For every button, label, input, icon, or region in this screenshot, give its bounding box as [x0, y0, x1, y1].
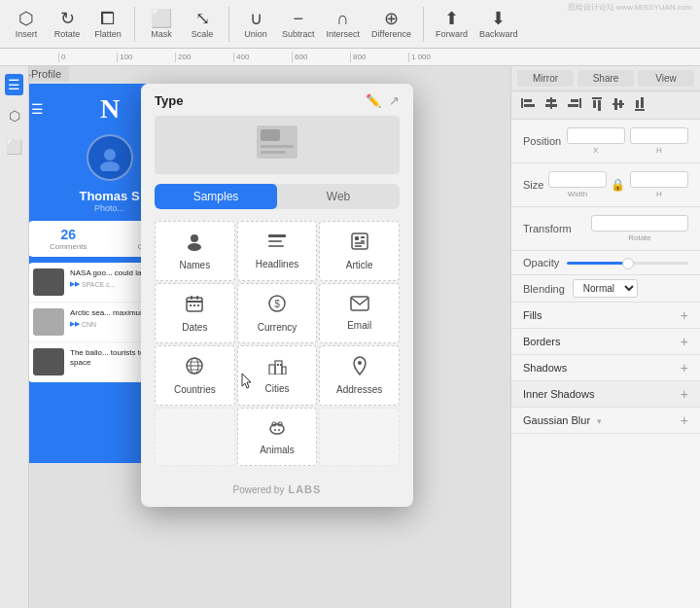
dates-icon	[185, 294, 204, 318]
rotate-label: Rotate	[54, 29, 81, 39]
opacity-slider[interactable]	[567, 262, 688, 265]
scale-icon: ⤡	[195, 10, 210, 27]
grid-item-names[interactable]: Names	[155, 221, 235, 281]
svg-rect-12	[355, 236, 359, 240]
toolbar-difference[interactable]: ⊕ Difference	[368, 8, 415, 41]
countries-label: Countries	[174, 384, 216, 395]
grid-item-headlines[interactable]: Headlines	[237, 221, 318, 281]
grid-item-currency[interactable]: $ Currency	[237, 283, 318, 343]
grid-item-animals[interactable]: Animals	[237, 408, 318, 466]
borders-row[interactable]: Borders +	[511, 329, 700, 355]
svg-rect-33	[275, 361, 282, 375]
size-label: Size	[523, 179, 543, 191]
gaussian-blur-row[interactable]: Gaussian Blur ▾ +	[511, 408, 700, 434]
toolbar-insert[interactable]: ⬡ Insert	[8, 8, 45, 41]
source-name-2: CNN	[82, 321, 96, 328]
toolbar-flatten[interactable]: ⧠ Flatten	[89, 8, 126, 41]
layers-icon[interactable]: ☰	[5, 74, 23, 95]
toolbar-subtract[interactable]: − Subtract	[278, 8, 319, 41]
borders-add-button[interactable]: +	[681, 334, 688, 349]
svg-rect-47	[550, 97, 552, 109]
position-h-input[interactable]	[630, 127, 688, 144]
svg-rect-5	[261, 151, 286, 154]
grid-item-dates[interactable]: Dates	[155, 283, 235, 343]
toolbar-scale[interactable]: ⤡ Scale	[184, 8, 221, 41]
mirror-button[interactable]: Mirror	[517, 70, 574, 87]
grid-item-article[interactable]: Article	[319, 221, 400, 281]
align-bottom-icon[interactable]	[630, 95, 649, 115]
ruler-mark-200: 200	[175, 53, 233, 62]
toolbar-union[interactable]: ∪ Union	[237, 8, 274, 41]
size-height-input[interactable]	[630, 171, 688, 188]
tab-web[interactable]: Web	[277, 184, 400, 209]
svg-point-7	[188, 243, 201, 251]
dates-label: Dates	[182, 322, 207, 333]
rotate-label: Rotate	[628, 233, 651, 242]
svg-rect-14	[361, 240, 365, 242]
svg-rect-16	[355, 245, 362, 247]
align-right-icon[interactable]	[564, 95, 585, 115]
view-button[interactable]: View	[638, 70, 694, 87]
grid-item-email[interactable]: Email	[319, 283, 400, 343]
svg-rect-36	[280, 364, 282, 366]
gaussian-blur-add-button[interactable]: +	[681, 412, 688, 428]
fills-row[interactable]: Fills +	[511, 303, 700, 329]
position-x-input[interactable]	[567, 127, 625, 144]
grid-item-cities[interactable]: Cities	[237, 345, 318, 406]
fills-add-button[interactable]: +	[681, 307, 688, 323]
toolbar-rotate[interactable]: ↻ Rotate	[49, 8, 86, 41]
toolbar-mask[interactable]: ⬜ Mask	[143, 8, 180, 41]
canvas-area[interactable]: 14-Profile ☰ ⬡ ⬜ ☰ N ⬡ Thomas S Photo...	[0, 66, 510, 608]
transform-section: Transform Rotate	[511, 207, 700, 251]
lock-icon[interactable]: 🔒	[611, 178, 625, 192]
inner-shadows-row[interactable]: Inner Shadows +	[511, 381, 700, 408]
dialog-tabs: Samples Web	[155, 184, 400, 209]
ruler-mark-0: 0	[58, 53, 117, 62]
align-top-icon[interactable]	[587, 95, 607, 115]
svg-rect-46	[524, 104, 535, 107]
cities-icon	[267, 357, 287, 379]
svg-rect-57	[614, 98, 617, 110]
ruler-marks: 0 100 200 400 600 800 1 000	[58, 53, 467, 62]
svg-rect-45	[524, 99, 532, 102]
size-width-input[interactable]	[548, 171, 607, 188]
avatar-icon	[96, 144, 123, 171]
intersect-label: Intersect	[327, 29, 361, 39]
tab-samples[interactable]: Samples	[155, 184, 277, 209]
grid-item-countries[interactable]: Countries	[155, 345, 235, 406]
ruler: 0 100 200 400 600 800 1 000	[0, 49, 700, 66]
toolbar-separator-1	[134, 7, 135, 42]
grid-item-empty-2	[319, 408, 400, 466]
shadows-add-button[interactable]: +	[681, 360, 688, 376]
intersect-icon: ∩	[336, 10, 349, 27]
dialog-edit-icon[interactable]: ✏️	[366, 93, 381, 108]
svg-rect-61	[641, 97, 644, 108]
toolbar-forward[interactable]: ⬆ Forward	[432, 8, 472, 41]
share-button[interactable]: Share	[578, 70, 634, 87]
forward-label: Forward	[436, 29, 468, 39]
align-left-icon[interactable]	[517, 95, 539, 115]
size-width-group: Width	[548, 171, 607, 198]
toolbar-intersect[interactable]: ∩ Intersect	[323, 8, 365, 41]
transform-row: Transform Rotate	[523, 215, 688, 242]
borders-label: Borders	[523, 336, 561, 347]
transform-rotate-input[interactable]	[591, 215, 688, 232]
animals-label: Animals	[260, 445, 295, 455]
blending-select[interactable]: Normal	[573, 279, 638, 298]
svg-rect-18	[187, 301, 202, 303]
toolbar-backward[interactable]: ⬇ Backward	[475, 8, 522, 41]
shared-icon[interactable]: ⬜	[3, 136, 25, 158]
email-label: Email	[347, 320, 371, 331]
svg-rect-60	[636, 100, 639, 108]
shadows-row[interactable]: Shadows +	[511, 355, 700, 381]
grid-item-addresses[interactable]: Addresses	[319, 345, 400, 406]
cities-label: Cities	[264, 383, 289, 394]
source-dots-1: ▶▶	[70, 280, 80, 288]
align-middle-icon[interactable]	[609, 95, 628, 115]
inner-shadows-add-button[interactable]: +	[681, 386, 688, 402]
symbols-icon[interactable]: ⬡	[6, 105, 23, 126]
union-icon: ∪	[250, 10, 262, 27]
align-center-icon[interactable]	[541, 95, 562, 115]
dialog-expand-icon[interactable]: ↗	[389, 93, 400, 108]
subtract-label: Subtract	[282, 29, 315, 39]
